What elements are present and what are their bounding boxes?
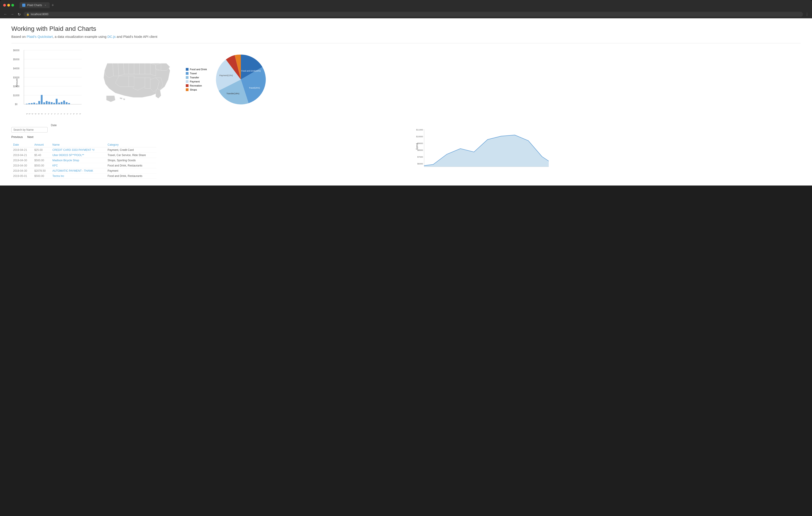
pie-chart-svg: Food and Drink(30%) Travel(25%) Transfer… bbox=[211, 50, 270, 109]
tab-bar: Plaid Charts × + bbox=[20, 2, 809, 8]
bar bbox=[53, 103, 55, 104]
cell-amount: $500.00 bbox=[32, 174, 51, 179]
us-map bbox=[93, 48, 179, 111]
x-axis-ticks: Apr 21 Apr 28 May 05 May 12 May 19 May 2… bbox=[24, 114, 84, 124]
tab-close-button[interactable]: × bbox=[44, 4, 47, 7]
area-chart-svg: $11000 $10000 $9000 $8000 $7000 $6000 Sp… bbox=[165, 127, 801, 172]
new-tab-button[interactable]: + bbox=[52, 3, 54, 8]
subtitle-prefix: Based on bbox=[11, 35, 27, 38]
legend-color-transfer bbox=[186, 76, 188, 79]
cell-date: 2019-04-30 bbox=[11, 168, 32, 174]
table-row: 2019-04-30 $2078.50 AUTOMATIC PAYMENT - … bbox=[11, 168, 156, 174]
bar bbox=[38, 101, 40, 104]
subtitle-middle: , a data visualization example using bbox=[53, 35, 107, 38]
cell-name[interactable]: Tectra Inc bbox=[51, 174, 106, 179]
bar bbox=[28, 103, 30, 104]
area-chart: $11000 $10000 $9000 $8000 $7000 $6000 Sp… bbox=[165, 127, 801, 172]
cell-date: 2019-04-30 bbox=[11, 163, 32, 168]
table-row: 2019-04-21 $5.40 Uber 063015 SF**POOL** … bbox=[11, 153, 156, 158]
tab-title: Plaid Charts bbox=[27, 4, 42, 7]
bar bbox=[63, 100, 65, 104]
bar bbox=[31, 103, 33, 104]
cell-category: Payment, Credit Card bbox=[106, 148, 156, 153]
search-input[interactable] bbox=[11, 127, 48, 132]
col-category: Category bbox=[106, 142, 156, 148]
cell-category: Payment bbox=[106, 168, 156, 174]
previous-button[interactable]: Previous bbox=[11, 135, 23, 139]
hawaii-state-2 bbox=[123, 98, 125, 100]
table-body: 2019-04-21 $25.00 CREDIT CARD 3333 PAYME… bbox=[11, 148, 156, 179]
page-content: Working with Plaid and Charts Based on P… bbox=[0, 18, 812, 185]
bar-chart-inner: $6000 $5000 $4000 $3000 $2000 $1000 $0 bbox=[24, 50, 82, 104]
refresh-button[interactable]: ↻ bbox=[17, 12, 21, 17]
table-header-row: Date Amount Name Category bbox=[11, 142, 156, 148]
table-row: 2019-05-01 $500.00 Tectra Inc Food and D… bbox=[11, 174, 156, 179]
bar bbox=[61, 102, 62, 104]
subtitle-suffix: and Plaid's Node API client bbox=[116, 35, 157, 38]
cell-date: 2019-05-01 bbox=[11, 174, 32, 179]
bar bbox=[51, 102, 53, 104]
cell-name[interactable]: Uber 063015 SF**POOL** bbox=[51, 153, 106, 158]
legend-label-travel: Travel bbox=[190, 72, 197, 75]
bar bbox=[36, 103, 38, 104]
data-table: Date Amount Name Category 2019-04-21 $25… bbox=[11, 142, 156, 179]
cell-date: 2019-04-21 bbox=[11, 148, 32, 153]
bar bbox=[43, 102, 45, 104]
us-map-container bbox=[93, 48, 179, 111]
alaska-state bbox=[106, 96, 115, 102]
close-button[interactable] bbox=[3, 4, 6, 6]
next-button[interactable]: Next bbox=[27, 135, 33, 139]
bar bbox=[33, 102, 35, 104]
legend-shops: Shops bbox=[186, 88, 207, 91]
forward-button[interactable]: → bbox=[10, 12, 14, 16]
table-row: 2019-04-30 $500.00 Madison Bicycle Shop … bbox=[11, 158, 156, 163]
charts-row: Amount $6000 $5000 $4000 $3000 $2000 $10… bbox=[11, 48, 801, 120]
browser-window: Plaid Charts × + ← → ↻ 🔒 localhost:8000 … bbox=[0, 0, 812, 185]
pie-legend: Food and Drink Travel Transfer Payment bbox=[186, 68, 207, 91]
cell-category: Food and Drink, Restaurants bbox=[106, 163, 156, 168]
back-button[interactable]: ← bbox=[3, 12, 8, 16]
url-text: localhost:8000 bbox=[31, 13, 48, 16]
pie-label-transfer: Transfer(18%) bbox=[227, 92, 239, 95]
legend-payment: Payment bbox=[186, 80, 207, 83]
pie-chart-container: Food and Drink Travel Transfer Payment bbox=[183, 48, 801, 111]
minimize-button[interactable] bbox=[7, 4, 10, 6]
url-bar[interactable]: 🔒 localhost:8000 bbox=[24, 12, 803, 17]
legend-travel: Travel bbox=[186, 72, 207, 75]
cell-amount: $500.00 bbox=[32, 163, 51, 168]
dcjs-link[interactable]: DC.js bbox=[107, 35, 116, 38]
cell-name[interactable]: Madison Bicycle Shop bbox=[51, 158, 106, 163]
bar bbox=[68, 103, 70, 104]
legend-color-shops bbox=[186, 88, 188, 91]
legend-transfer: Transfer bbox=[186, 76, 207, 79]
legend-recreation: Recreation bbox=[186, 84, 207, 87]
bar bbox=[58, 102, 60, 104]
active-tab[interactable]: Plaid Charts × bbox=[20, 2, 50, 8]
table-row: 2019-04-21 $25.00 CREDIT CARD 3333 PAYME… bbox=[11, 148, 156, 153]
states-group bbox=[104, 63, 170, 102]
browser-menu-button[interactable]: ⋮ bbox=[805, 12, 809, 17]
cell-category: Food and Drink, Restaurants bbox=[106, 174, 156, 179]
svg-text:$11000: $11000 bbox=[416, 129, 423, 131]
x-axis-label: Date bbox=[24, 124, 84, 127]
bar bbox=[48, 102, 50, 104]
area-fill bbox=[424, 135, 549, 167]
legend-color-food bbox=[186, 68, 188, 71]
plaid-quickstart-link[interactable]: Plaid's Quickstart bbox=[27, 35, 53, 38]
maximize-button[interactable] bbox=[11, 4, 14, 6]
legend-color-payment bbox=[186, 80, 188, 83]
cell-name[interactable]: KFC bbox=[51, 163, 106, 168]
bottom-section: Previous Next Date Amount Name Category … bbox=[11, 127, 801, 179]
tab-favicon bbox=[22, 4, 25, 7]
cell-name[interactable]: CREDIT CARD 3333 PAYMENT *// bbox=[51, 148, 106, 153]
legend-label-payment: Payment bbox=[190, 80, 200, 83]
cell-name[interactable]: AUTOMATIC PAYMENT - THANK bbox=[51, 168, 106, 174]
cell-amount: $500.00 bbox=[32, 158, 51, 163]
legend-label-food: Food and Drink bbox=[190, 68, 207, 71]
legend-label-transfer: Transfer bbox=[190, 76, 199, 79]
bars-container bbox=[24, 50, 82, 104]
bar bbox=[56, 99, 58, 104]
cell-amount: $5.40 bbox=[32, 153, 51, 158]
col-name: Name bbox=[51, 142, 106, 148]
pagination: Previous Next bbox=[11, 135, 156, 139]
